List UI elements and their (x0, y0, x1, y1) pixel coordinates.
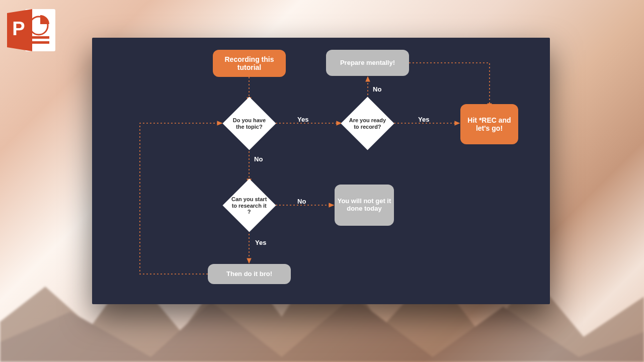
decision-ready: Are you ready to record? (341, 97, 394, 150)
decision-topic-label: Do you have the topic? (230, 117, 268, 130)
node-prepare-label: Prepare mentally! (340, 59, 395, 67)
node-rec: Hit *REC and let's go! (460, 104, 518, 144)
powerpoint-icon: P (5, 5, 58, 55)
node-doit: Then do it bro! (208, 264, 291, 284)
slide-canvas: Recording this tutorial Prepare mentally… (92, 38, 550, 304)
decision-research-label: Can you start to research it ? (230, 196, 268, 215)
label-topic-no: No (254, 155, 263, 163)
node-start: Recording this tutorial (213, 50, 286, 77)
svg-rect-4 (32, 36, 49, 39)
label-topic-yes: Yes (297, 116, 308, 123)
decision-research: Can you start to research it ? (222, 178, 276, 232)
node-doit-label: Then do it bro! (226, 270, 272, 278)
flow-connectors (92, 38, 550, 304)
label-ready-no: No (373, 85, 381, 93)
node-start-label: Recording this tutorial (213, 55, 286, 71)
decision-topic: Do you have the topic? (222, 97, 276, 150)
decision-ready-label: Are you ready to record? (349, 117, 386, 130)
node-notdone: You will not get it done today (335, 185, 394, 226)
svg-text:P: P (12, 18, 25, 39)
label-ready-yes: Yes (418, 116, 429, 123)
label-research-yes: Yes (255, 239, 266, 246)
node-notdone-label: You will not get it done today (335, 198, 394, 213)
node-prepare: Prepare mentally! (326, 50, 409, 76)
svg-rect-5 (32, 41, 49, 44)
label-research-no: No (297, 198, 306, 205)
node-rec-label: Hit *REC and let's go! (460, 116, 518, 132)
